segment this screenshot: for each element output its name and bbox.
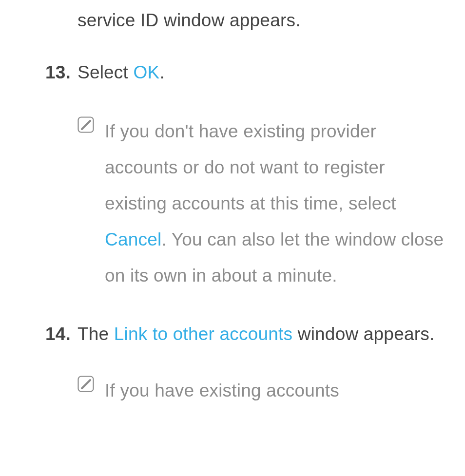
step-14-body: The Link to other accounts window appear… (78, 316, 434, 352)
step-13-body: Select OK. (78, 55, 165, 90)
ui-reference-ok: OK (134, 62, 160, 82)
step-13-note: If you don't have existing provider acco… (78, 114, 446, 294)
step-14-text-2: window appears. (292, 324, 434, 344)
previous-step-tail-text: service ID window appears. (78, 9, 446, 32)
step-number-14: 14. (0, 324, 78, 344)
svg-line-1 (82, 121, 90, 129)
document-page: service ID window appears. 13. Select OK… (0, 9, 465, 409)
step-13: 13. Select OK. (0, 62, 446, 90)
step-14: 14. The Link to other accounts window ap… (0, 324, 446, 352)
step-14-text-0: The (78, 324, 114, 344)
step-13-text-0: Select (78, 62, 134, 82)
note13-text-0: If you don't have existing provider acco… (105, 121, 396, 213)
step-13-note-text: If you don't have existing provider acco… (105, 114, 446, 294)
note-icon (78, 116, 94, 135)
step-14-note-text: If you have existing accounts (105, 373, 339, 409)
note14-text-0: If you have existing accounts (105, 381, 339, 400)
note-icon (78, 376, 94, 394)
ui-reference-link-to-other-accounts: Link to other accounts (114, 324, 292, 344)
step-number-13: 13. (0, 62, 78, 83)
step-14-note: If you have existing accounts (78, 373, 446, 409)
svg-line-3 (82, 380, 90, 388)
step-13-text-2: . (159, 62, 164, 82)
ui-reference-cancel: Cancel (105, 229, 161, 249)
